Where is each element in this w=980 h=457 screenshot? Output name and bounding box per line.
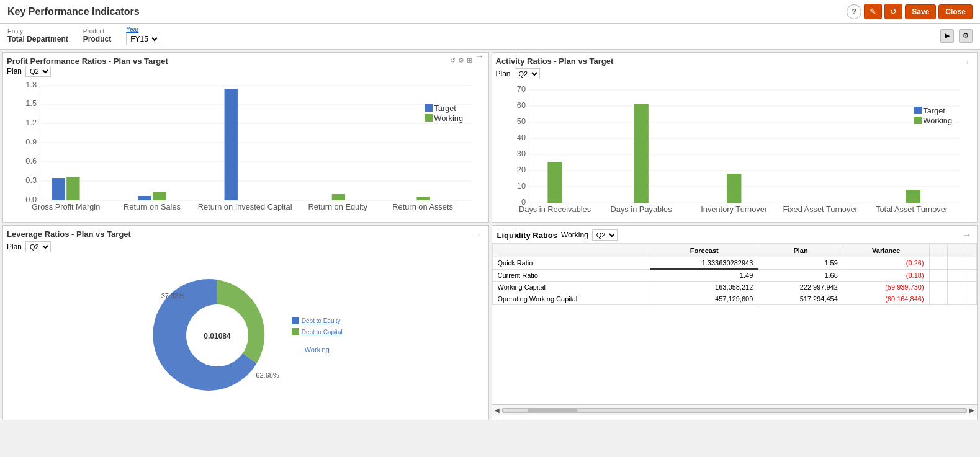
row-label-0: Quick Ratio [492,257,650,270]
liquidity-table-area: Forecast Plan Variance Quick Ratio 1.333… [492,244,978,305]
liquidity-nav-arrow[interactable]: → [962,229,972,241]
row-forecast-0[interactable]: 1.333630282943 [650,257,758,270]
row-variance-3: (60,164,846) [843,293,929,305]
row-label-2: Working Capital [492,282,650,293]
legend-label-capital: Debt to Capital [302,329,343,335]
settings-icon[interactable]: ⚙ [959,29,973,43]
row-variance-1: (0.18) [843,269,929,282]
scroll-right-arrow[interactable]: ▶ [969,407,974,414]
profit-panel-icons: ↺ ⚙ ⊞ → [450,56,485,68]
legend-color-equity [292,317,299,324]
table-row: Quick Ratio 1.333630282943 1.59 (0.26) [492,257,977,270]
liquidity-period-select[interactable]: Q2Q1Q3Q4 [592,229,618,241]
expand-chart-icon[interactable]: ⊞ [467,56,472,68]
donut-center-label: 0.01084 [204,332,231,340]
leverage-plan-label: Plan [7,242,22,251]
legend-color-capital [292,328,299,335]
activity-nav-arrow[interactable]: → [961,57,971,68]
year-filter[interactable]: Year FY15 FY14 FY16 [126,26,160,45]
forward-nav-icon[interactable]: ▶ [940,29,954,43]
leverage-panel-title: Leverage Ratios - Plan vs Target [7,229,131,239]
liquidity-table-body: Quick Ratio 1.333630282943 1.59 (0.26) C… [492,257,977,305]
row-scroll-1 [966,269,977,282]
row-extra1-3 [929,293,948,305]
row-extra1-2 [929,282,948,293]
svg-text:1.8: 1.8 [25,81,37,89]
bar-dir-working [547,162,562,203]
svg-text:Working: Working [434,114,463,123]
svg-text:Days in Payables: Days in Payables [610,205,672,214]
bar-roe-working [332,194,345,200]
row-extra2-1 [948,269,966,282]
activity-chart-area: 0 10 20 30 40 50 60 70 Days in Recei [496,82,974,218]
svg-text:Total Asset Turnover: Total Asset Turnover [876,205,948,214]
svg-rect-22 [425,114,433,122]
table-row: Working Capital 163,058,212 222,997,942 … [492,282,977,293]
bar-ros-working [153,192,166,200]
profit-nav-arrow[interactable]: → [475,51,485,62]
refresh-button[interactable]: ↺ [884,4,902,19]
profit-chart-area: 0.0 0.3 0.6 0.9 1.2 1.5 1.8 [7,79,485,216]
col-extra2 [948,244,966,257]
scroll-track[interactable] [502,408,968,413]
row-variance-2: (59,939,730) [843,282,929,293]
leverage-nav-arrow[interactable]: → [472,230,482,241]
save-button[interactable]: Save [905,4,936,19]
donut-svg: 0.01084 [149,267,285,404]
svg-text:Working: Working [923,117,952,125]
row-plan-0: 1.59 [758,257,843,270]
close-button[interactable]: Close [938,4,973,19]
svg-text:Target: Target [434,104,456,113]
col-extra3 [966,244,977,257]
activity-controls: Plan Q2Q1Q3Q4 [496,68,974,79]
header: Key Performance Indicators ? ✎ ↺ Save Cl… [0,0,980,24]
row-extra2-0 [948,257,966,270]
col-plan: Plan [758,244,843,257]
scroll-left-arrow[interactable]: ◀ [495,407,500,414]
row-forecast-3: 457,129,609 [650,293,758,305]
working-link[interactable]: Working [305,346,330,353]
product-value: Product [83,35,111,43]
svg-text:70: 70 [516,85,525,94]
liquidity-header: Liquidity Ratios Working Q2Q1Q3Q4 → [492,226,978,244]
row-extra1-0 [929,257,948,270]
donut-legend: Debt to Equity Debt to Capital Working [292,317,343,354]
row-label-1: Current Ratio [492,269,650,282]
bar-gpm-target [52,178,65,200]
table-row: Current Ratio 1.49 1.66 (0.18) [492,269,977,282]
row-extra2-2 [948,282,966,293]
col-label [492,244,650,257]
svg-text:20: 20 [516,166,525,174]
help-button[interactable]: ? [847,4,861,19]
refresh-chart-icon[interactable]: ↺ [450,56,456,68]
bottom-scrollbar: ◀ ▶ [492,404,978,415]
svg-text:Return on Invested Capital: Return on Invested Capital [198,203,292,211]
donut-chart: 0.01084 37.32% 62.68% [149,267,285,404]
leverage-plan-select[interactable]: Q2Q1Q3Q4 [25,241,51,252]
activity-plan-select[interactable]: Q2Q1Q3Q4 [515,68,540,79]
donut-area: 0.01084 37.32% 62.68% Debt to Equity Deb… [7,255,485,416]
liquidity-table: Forecast Plan Variance Quick Ratio 1.333… [492,244,978,305]
donut-legend-equity: Debt to Equity [292,317,343,324]
bar-roic-target [225,89,238,200]
row-scroll-2 [966,282,977,293]
profit-plan-select[interactable]: Q2Q1Q3Q4 [25,66,51,77]
svg-text:10: 10 [516,182,525,190]
year-select[interactable]: FY15 FY14 FY16 [126,33,160,45]
product-filter: Product Product [83,28,111,43]
gear-chart-icon[interactable]: ⚙ [458,56,464,68]
liquidity-table-header-row: Forecast Plan Variance [492,244,977,257]
donut-label-green: 37.32% [161,292,184,299]
svg-text:Return on Assets: Return on Assets [392,203,453,211]
bar-gpm-working [66,177,79,200]
donut-label-blue: 62.68% [256,371,279,379]
svg-text:0.6: 0.6 [25,157,37,166]
row-scroll-3 [966,293,977,305]
liquidity-panel: Liquidity Ratios Working Q2Q1Q3Q4 → Fore… [492,225,978,420]
edit-button[interactable]: ✎ [864,4,882,19]
filter-bar: Entity Total Department Product Product … [0,24,980,50]
row-extra1-1 [929,269,948,282]
bar-dip-working [634,104,649,203]
svg-text:Return on Sales: Return on Sales [124,203,181,211]
bar-it-working [726,174,741,203]
